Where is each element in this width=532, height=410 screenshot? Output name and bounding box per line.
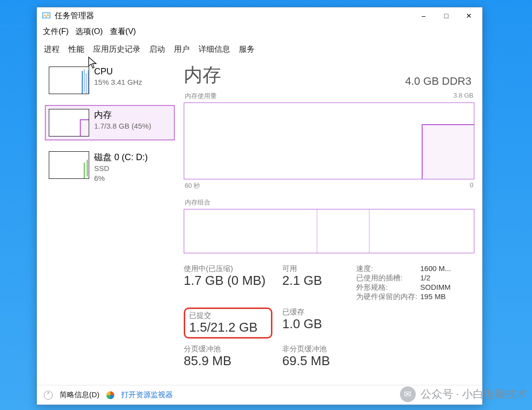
speed-v: 1600 M... bbox=[420, 264, 451, 273]
disk-sub1: SSD bbox=[94, 164, 148, 173]
perf-sidebar: CPU 15% 3.41 GHz 内存 1.7/3.8 GB (45%) 磁盘 … bbox=[45, 63, 175, 385]
slots-k: 已使用的插槽: bbox=[356, 273, 420, 283]
composition-label: 内存组合 bbox=[185, 198, 210, 207]
task-manager-window: 任务管理器 – □ ✕ 文件(F) 选项(O) 查看(V) 进程 性能 应用历史… bbox=[36, 7, 483, 405]
speed-k: 速度: bbox=[356, 264, 420, 273]
open-resource-monitor-link[interactable]: 打开资源监视器 bbox=[121, 390, 173, 400]
disk-label: 磁盘 0 (C: D:) bbox=[94, 151, 148, 163]
tab-performance[interactable]: 性能 bbox=[67, 42, 85, 57]
sidebar-item-disk[interactable]: 磁盘 0 (C: D:) SSD 6% bbox=[45, 147, 175, 187]
menu-view[interactable]: 查看(V) bbox=[110, 27, 136, 37]
tab-app-history[interactable]: 应用历史记录 bbox=[92, 42, 141, 57]
fewer-details-icon[interactable]: ˄ bbox=[44, 391, 53, 400]
tab-users[interactable]: 用户 bbox=[173, 42, 191, 57]
memory-label: 内存 bbox=[94, 109, 151, 121]
tab-startup[interactable]: 启动 bbox=[148, 42, 166, 57]
form-v: SODIMM bbox=[420, 283, 451, 292]
cpu-thumb-icon bbox=[49, 67, 89, 94]
paged-label: 分页缓冲池 bbox=[184, 344, 282, 353]
minimize-button[interactable]: – bbox=[412, 8, 435, 23]
disk-thumb-icon bbox=[49, 151, 89, 179]
memory-stats: 使用中(已压缩) 1.7 GB (0 MB) 可用 2.1 GB 速度:1600… bbox=[184, 264, 474, 369]
available-value: 2.1 GB bbox=[282, 273, 356, 288]
available-label: 可用 bbox=[282, 264, 356, 273]
nonpaged-label: 非分页缓冲池 bbox=[282, 344, 356, 353]
tab-details[interactable]: 详细信息 bbox=[198, 42, 231, 57]
cached-label: 已缓存 bbox=[282, 308, 356, 316]
maximize-button[interactable]: □ bbox=[435, 8, 458, 23]
in-use-label: 使用中(已压缩) bbox=[184, 264, 282, 273]
fewer-details-link[interactable]: 简略信息(D) bbox=[60, 390, 100, 400]
resource-monitor-icon bbox=[106, 391, 114, 399]
disk-sub2: 6% bbox=[94, 174, 148, 183]
paged-value: 85.9 MB bbox=[184, 353, 282, 369]
in-use-value: 1.7 GB (0 MB) bbox=[184, 273, 282, 288]
menubar: 文件(F) 选项(O) 查看(V) bbox=[37, 24, 482, 39]
tab-processes[interactable]: 进程 bbox=[43, 42, 61, 57]
titlebar[interactable]: 任务管理器 – □ ✕ bbox=[37, 7, 482, 24]
sidebar-item-memory[interactable]: 内存 1.7/3.8 GB (45%) bbox=[45, 105, 175, 140]
hw-v: 195 MB bbox=[420, 292, 446, 302]
memory-sub: 1.7/3.8 GB (45%) bbox=[94, 122, 151, 131]
watermark: ✉ 公众号 · 小白电脑技术 bbox=[400, 386, 527, 402]
committed-label: 已提交 bbox=[189, 311, 267, 320]
usage-max: 3.8 GB bbox=[454, 92, 473, 101]
tab-strip: 进程 性能 应用历史记录 启动 用户 详细信息 服务 bbox=[37, 39, 482, 58]
hw-k: 为硬件保留的内存: bbox=[356, 292, 420, 302]
memory-usage-graph bbox=[184, 102, 474, 179]
menu-options[interactable]: 选项(O) bbox=[75, 27, 102, 37]
cached-value: 1.0 GB bbox=[282, 316, 356, 332]
cpu-label: CPU bbox=[94, 67, 142, 77]
slots-v: 1/2 bbox=[420, 273, 431, 283]
panel-subheading: 4.0 GB DDR3 bbox=[405, 75, 472, 88]
usage-label: 内存使用量 bbox=[185, 92, 217, 101]
memory-thumb-icon bbox=[49, 109, 89, 137]
window-title: 任务管理器 bbox=[55, 11, 94, 21]
axis-right: 0 bbox=[470, 181, 473, 190]
memory-panel: 内存 4.0 GB DDR3 内存使用量 3.8 GB 60 秒 0 内存组合 bbox=[184, 63, 474, 385]
memory-composition-graph bbox=[184, 209, 474, 253]
cpu-sub: 15% 3.41 GHz bbox=[94, 78, 142, 87]
sidebar-item-cpu[interactable]: CPU 15% 3.41 GHz bbox=[45, 63, 175, 98]
axis-left: 60 秒 bbox=[185, 181, 200, 190]
nonpaged-value: 69.5 MB bbox=[282, 353, 356, 369]
wechat-icon: ✉ bbox=[400, 386, 416, 402]
form-k: 外形规格: bbox=[356, 283, 420, 292]
menu-file[interactable]: 文件(F) bbox=[43, 27, 68, 37]
committed-highlight: 已提交 1.5/21.2 GB bbox=[184, 308, 272, 339]
watermark-text: 公众号 · 小白电脑技术 bbox=[421, 387, 527, 402]
committed-value: 1.5/21.2 GB bbox=[189, 320, 267, 335]
app-icon bbox=[42, 11, 51, 20]
tab-services[interactable]: 服务 bbox=[238, 42, 256, 57]
content-area: CPU 15% 3.41 GHz 内存 1.7/3.8 GB (45%) 磁盘 … bbox=[37, 58, 482, 385]
panel-heading: 内存 bbox=[184, 63, 221, 88]
close-button[interactable]: ✕ bbox=[458, 8, 480, 23]
